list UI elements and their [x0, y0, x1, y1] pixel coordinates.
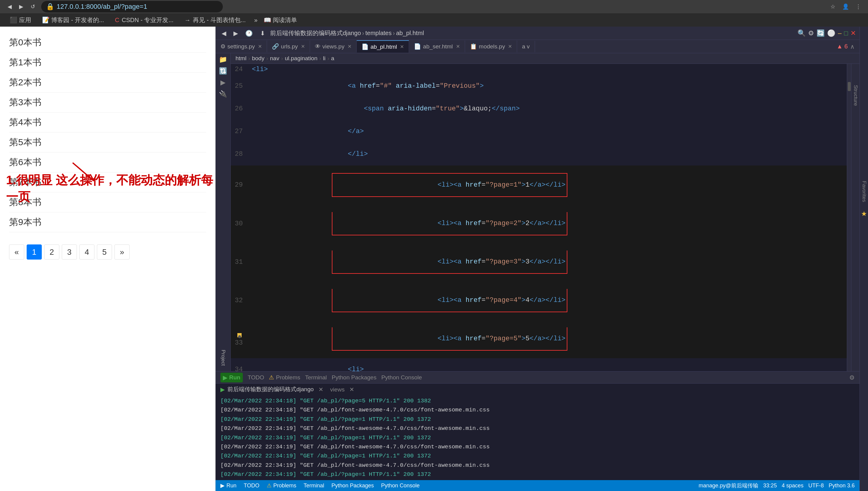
line-content-30: <li><a href="?page=2">2</a></li> — [249, 204, 847, 243]
breadcrumb-nav: nav — [270, 55, 279, 62]
ab-ser-html-label: ab_ser.html — [423, 43, 453, 50]
tab-doutu[interactable]: → 再见 - 斗图表情包... — [180, 14, 250, 26]
ab-ser-html-close[interactable]: ✕ — [456, 44, 460, 49]
page-next-button[interactable]: » — [114, 244, 130, 260]
minimize-button[interactable]: – — [838, 29, 841, 37]
statusbar-problems-button[interactable]: ⚠ Problems — [267, 482, 296, 489]
statusbar-todo-button[interactable]: TODO — [244, 483, 260, 489]
expand-tabs-button[interactable]: ∧ — [850, 43, 855, 50]
statusbar-python-packages-button[interactable]: Python Packages — [331, 483, 374, 489]
extra-label: a v — [522, 43, 530, 50]
settings-py-close[interactable]: ✕ — [258, 44, 262, 49]
browser-page: 第0本书 第1本书 第2本书 第3本书 第4本书 第5本书 第6本书 第7本书 … — [0, 27, 216, 491]
ide-back-button[interactable]: ◀ — [219, 28, 228, 38]
ide-forward-button[interactable]: ▶ — [231, 28, 240, 38]
page-4-button[interactable]: 4 — [79, 244, 94, 260]
terminal-tab[interactable]: Terminal — [305, 373, 327, 382]
line-num-30: 30 — [231, 204, 249, 243]
tab-settings-py[interactable]: ⚙ settings.py ✕ — [216, 40, 267, 52]
tab-csdn[interactable]: C CSDN - 专业开发... — [110, 14, 179, 26]
menu-button[interactable]: ⋮ — [853, 2, 863, 11]
ide-recent-button[interactable]: 🕐 — [243, 28, 255, 38]
tab-ab-pl-html[interactable]: 📄 ab_pl.html ✕ — [357, 40, 409, 53]
list-item: 第0本书 — [9, 33, 206, 53]
close-button[interactable]: ✕ — [850, 29, 856, 37]
list-item: 第9本书 — [9, 212, 206, 232]
page-1-button[interactable]: 1 — [27, 244, 42, 260]
ab-pl-html-close[interactable]: ✕ — [400, 44, 404, 50]
page-2-button[interactable]: 2 — [44, 244, 59, 260]
tab-apps[interactable]: ⬛ 应用 — [5, 14, 36, 26]
bookmark-star-button[interactable]: ☆ — [828, 2, 838, 11]
tab-views-py[interactable]: 👁 views.py ✕ — [310, 41, 357, 52]
run-log-output[interactable]: [02/Mar/2022 22:34:18] "GET /ab_pl/?page… — [216, 395, 860, 480]
tab-extra[interactable]: a v — [517, 41, 535, 52]
profile-button[interactable]: 👤 — [841, 2, 850, 11]
problems-tab[interactable]: ⚠ Problems — [269, 373, 300, 382]
tab-urls-py[interactable]: 🔗 urls.py ✕ — [267, 40, 310, 52]
search-everywhere-button[interactable]: 🔍 — [797, 29, 806, 37]
python-packages-tab[interactable]: Python Packages — [332, 373, 377, 382]
settings-py-icon: ⚙ — [220, 43, 225, 50]
statusbar-run-button[interactable]: ▶ Run — [220, 482, 237, 489]
breadcrumb-html: html — [236, 55, 246, 62]
python-console-tab[interactable]: Python Console — [381, 373, 422, 382]
more-tabs-button[interactable]: » — [252, 17, 260, 24]
address-bar[interactable]: 🔒 127.0.0.1:8000/ab_pl/?page=1 — [41, 1, 223, 12]
line-content-24: <li> — [249, 64, 847, 75]
path-separator-2: › — [393, 30, 395, 37]
structure-tab-label[interactable]: Structure — [851, 82, 860, 109]
help-button[interactable]: ⚪ — [827, 29, 835, 37]
page-3-button[interactable]: 3 — [62, 244, 77, 260]
browser-chrome: ◀ ▶ ↺ 🔒 127.0.0.1:8000/ab_pl/?page=1 ☆ 👤… — [0, 0, 868, 27]
line-num-33: ●33 — [231, 320, 249, 358]
run-tab-label: Run — [229, 374, 240, 381]
path-separator-1: › — [362, 30, 364, 37]
bottom-settings-button[interactable]: ⚙ — [849, 374, 855, 381]
line-content-28: </li> — [249, 143, 847, 166]
favorites-star-button[interactable]: ★ — [861, 210, 867, 218]
line-content-34: <li> — [249, 358, 847, 371]
plugins-button[interactable]: 🔌 — [219, 90, 227, 98]
forward-button[interactable]: ▶ — [16, 2, 26, 11]
breadcrumb-sep5: › — [327, 55, 329, 62]
back-button[interactable]: ◀ — [5, 2, 15, 11]
code-line-25: 25 <a href="#" aria-label="Previous"> — [231, 75, 847, 97]
run-debug-button[interactable]: ▶ — [220, 79, 225, 87]
statusbar-python-console-button[interactable]: Python Console — [381, 483, 419, 489]
views-py-close[interactable]: ✕ — [348, 44, 352, 49]
line-content-26: <span aria-hidden="true">&laquo;</span> — [249, 97, 847, 120]
update-button[interactable]: 🔄 — [816, 29, 825, 37]
line-num-34: 34 — [231, 358, 249, 371]
project-sidebar-label[interactable]: Project — [219, 347, 227, 369]
run-tab[interactable]: ▶ Run — [220, 373, 243, 382]
ide-run-dropdown-button[interactable]: ⬇ — [257, 28, 268, 38]
code-line-31: 31 <li><a href="?page=3">3</a></li> — [231, 243, 847, 281]
maximize-button[interactable]: □ — [844, 29, 848, 37]
reload-button[interactable]: ↺ — [28, 2, 37, 11]
favorites-label[interactable]: Favorites — [860, 178, 868, 205]
reader-mode-button[interactable]: 📖 阅读清单 — [261, 16, 300, 24]
commit-button[interactable]: 🔃 — [219, 67, 227, 75]
tab-models-py[interactable]: 📋 models.py ✕ — [465, 40, 517, 52]
breadcrumb-sep2: › — [266, 55, 268, 62]
todo-tab[interactable]: TODO — [248, 373, 264, 382]
tab-ab-ser-html[interactable]: 📄 ab_ser.html ✕ — [409, 40, 465, 52]
settings-button[interactable]: ⚙ — [808, 29, 814, 37]
run-header-icon: ▶ — [220, 386, 225, 393]
tab-bokeyuan[interactable]: 📝 博客园 - 开发者的... — [37, 14, 109, 26]
project-view-button[interactable]: 📁 — [219, 56, 227, 63]
statusbar-terminal-button[interactable]: Terminal — [304, 483, 324, 489]
breadcrumb-sep1: › — [248, 55, 250, 62]
urls-py-close[interactable]: ✕ — [301, 44, 305, 49]
models-py-close[interactable]: ✕ — [508, 44, 512, 49]
line-num-29: 29 — [231, 166, 249, 204]
line-content-29: <li><a href="?page=1">1</a></li> — [249, 166, 847, 204]
ide-code-wrapper: 24 <li> 25 <a href="#" aria-label="Previ… — [231, 64, 860, 371]
code-scroll-area[interactable]: 24 <li> 25 <a href="#" aria-label="Previ… — [231, 64, 847, 371]
page-prev-button[interactable]: « — [9, 244, 24, 260]
code-line-24: 24 <li> — [231, 64, 847, 75]
run-close-icon[interactable]: ✕ — [319, 386, 323, 393]
views-py-label: views.py — [322, 43, 345, 50]
page-5-button[interactable]: 5 — [97, 244, 112, 260]
